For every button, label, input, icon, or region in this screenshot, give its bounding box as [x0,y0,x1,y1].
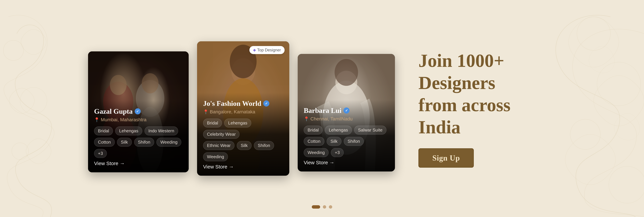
pagination [312,205,332,208]
tag-shifon-barbara: Shifon [344,137,364,146]
location-pin-jo: 📍 [203,109,208,115]
main-container: Gazal Gupta ✓ 📍 Mumbai, Maharashtra Brid… [0,0,644,217]
location-pin-barbara: 📍 [304,116,309,122]
tag-shifon-jo: Shifon [254,141,274,150]
tag-ethnic-jo: Ethnic Wear [203,141,234,150]
signup-button[interactable]: Sign Up [418,148,474,168]
tag-silk-gazal: Silk [117,138,132,147]
tag-lehengas-barbara: Lehengas [325,126,352,135]
name-text-barbara: Barbara Lui [304,106,342,115]
designer-name-barbara: Barbara Lui ✓ [304,106,389,115]
pagination-dot-3[interactable] [329,205,332,208]
tag-more-barbara: +3 [331,148,344,157]
designer-card-gazal: Gazal Gupta ✓ 📍 Mumbai, Maharashtra Brid… [88,51,189,172]
tags-row2-gazal: Cotton Silk Shifon Weeding +3 [94,138,183,158]
tag-silk-jo: Silk [237,141,252,150]
cta-section: Join 1000+ Designers from across India S… [405,50,556,168]
tag-bridal-barbara: Bridal [304,126,322,135]
tag-weeding-gazal: Weeding [156,138,181,147]
designer-name-gazal: Gazal Gupta ✓ [94,107,183,115]
location-gazal: 📍 Mumbai, Maharashtra [94,117,183,122]
designer-name-jo: Jo's Fashion World ✓ [203,99,283,107]
location-text-jo: Bangalore, Karnataka [210,109,255,115]
designer-card-barbara: Barbara Lui ✓ 📍 Chennai, TamilNadu Brida… [298,54,395,171]
name-text-gazal: Gazal Gupta [94,107,133,115]
tag-indo-western-gazal: Indo Western [144,126,178,135]
location-pin-gazal: 📍 [94,117,100,122]
tags-row2-jo: Ethnic Wear Silk Shifon Weeding [203,141,283,161]
card-overlay-barbara: Barbara Lui ✓ 📍 Chennai, TamilNadu Brida… [298,100,395,171]
verified-icon-jo: ✓ [263,100,269,106]
tag-salwar-barbara: Salwar Suite [354,126,386,135]
location-text-barbara: Chennai, TamilNadu [310,116,353,122]
svg-point-22 [334,59,358,86]
location-text-gazal: Mumbai, Maharashtra [101,117,146,122]
card-overlay-gazal: Gazal Gupta ✓ 📍 Mumbai, Maharashtra Brid… [88,101,189,172]
top-designer-label: Top Designer [257,48,281,52]
top-designer-badge: ◆ Top Designer [250,46,284,54]
tag-weeding-barbara: Weeding [304,148,328,157]
verified-icon-barbara: ✓ [344,107,350,114]
designer-card-jo: ◆ Top Designer Jo's F [197,41,289,176]
tag-celebrity-jo: Celebrity Wear [203,130,240,139]
view-store-label-jo: View Store → [203,164,234,170]
pagination-dot-1[interactable] [312,205,320,208]
tags-row2-barbara: Cotton Silk Shifon Weeding +3 [304,137,389,157]
location-barbara: 📍 Chennai, TamilNadu [304,116,389,122]
cta-title: Join 1000+ Designers from across India [418,50,556,138]
tag-shifon-gazal: Shifon [134,138,154,147]
tag-lehengas-gazal: Lehengas [115,126,142,135]
pagination-dot-2[interactable] [323,205,326,208]
tag-more-gazal: +3 [94,149,107,158]
cards-section: Gazal Gupta ✓ 📍 Mumbai, Maharashtra Brid… [88,41,395,176]
location-jo: 📍 Bangalore, Karnataka [203,109,283,115]
tags-row1-barbara: Bridal Lehengas Salwar Suite [304,126,389,135]
view-store-label-gazal: View Store → [94,161,125,166]
tag-silk-barbara: Silk [327,137,342,146]
view-store-button-barbara[interactable]: View Store → [304,160,334,165]
tag-cotton-barbara: Cotton [304,137,324,146]
tag-weeding-jo: Weeding [203,152,228,161]
name-text-jo: Jo's Fashion World [203,99,261,107]
tag-bridal-jo: Bridal [203,119,222,127]
card-overlay-jo: Jo's Fashion World ✓ 📍 Bangalore, Karnat… [197,93,289,176]
diamond-icon: ◆ [253,48,256,52]
view-store-button-jo[interactable]: View Store → [203,164,234,170]
verified-icon-gazal: ✓ [135,108,141,114]
cta-title-line2: from across India [418,95,510,137]
tag-lehengas-jo: Lehengas [224,119,251,127]
view-store-button-gazal[interactable]: View Store → [94,161,125,166]
view-store-label-barbara: View Store → [304,160,334,165]
tag-cotton-gazal: Cotton [94,138,115,147]
signup-label: Sign Up [432,154,460,162]
tags-row1-gazal: Bridal Lehengas Indo Western [94,126,183,135]
cta-title-line1: Join 1000+ Designers [418,50,504,93]
tags-row1-jo: Bridal Lehengas Celebrity Wear [203,119,283,139]
tag-bridal-gazal: Bridal [94,126,113,135]
